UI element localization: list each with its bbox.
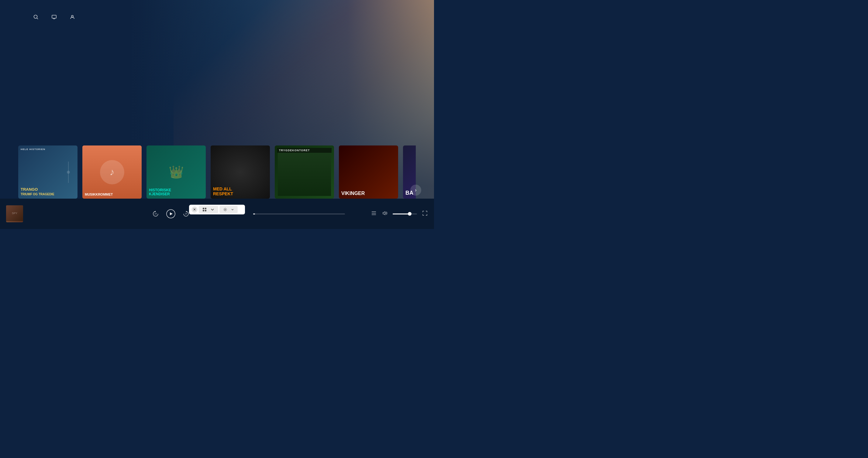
svg-rect-15 xyxy=(203,208,204,209)
nav-signin[interactable] xyxy=(69,14,78,20)
thumbnail-image: SPY xyxy=(6,205,23,222)
svg-text:15: 15 xyxy=(154,212,157,215)
volume-fill xyxy=(393,214,410,215)
svg-point-0 xyxy=(34,15,37,19)
volume-slider[interactable] xyxy=(393,214,417,215)
user-icon xyxy=(69,14,75,20)
svg-point-19 xyxy=(225,209,226,210)
svg-rect-18 xyxy=(205,210,206,211)
carousel-item-historiske[interactable]: 👑 HISTORISKEKJENDISER xyxy=(147,145,206,199)
carousel-items: HELE HISTORIEN TRANGOTRIUMF OG TRAGEDIE … xyxy=(18,145,416,199)
player-progress-area xyxy=(240,214,365,215)
svg-text:15: 15 xyxy=(185,212,187,215)
carousel-item-med-all[interactable]: MED ALLRESPEKT xyxy=(211,145,270,199)
options-button[interactable] xyxy=(219,206,238,213)
card-label-trygde: TRYGDEKONTORET xyxy=(277,148,332,153)
header xyxy=(0,9,434,25)
progress-track[interactable] xyxy=(253,214,345,215)
player-thumbnail: SPY xyxy=(6,205,23,222)
carousel-item-trango[interactable]: HELE HISTORIEN TRANGOTRIUMF OG TRAGEDIE xyxy=(18,145,78,199)
main-nav xyxy=(33,14,78,20)
volume-button[interactable] xyxy=(382,210,388,218)
rewind-button[interactable]: 15 xyxy=(151,209,160,218)
carousel-next-button[interactable]: › xyxy=(410,185,421,196)
svg-rect-2 xyxy=(52,15,56,18)
carousel-section: HELE HISTORIEN TRANGOTRIUMF OG TRAGEDIE … xyxy=(0,145,434,199)
fullscreen-button[interactable] xyxy=(422,210,428,218)
player-info xyxy=(29,214,96,215)
player-right-controls xyxy=(371,210,428,218)
carousel-item-musikkrommet[interactable]: ♪ MUSIKKROMMET xyxy=(82,145,142,199)
nav-direct[interactable] xyxy=(51,14,60,20)
card-title-trango: TRANGOTRIUMF OG TRAGEDIE xyxy=(21,187,75,196)
svg-line-1 xyxy=(37,18,38,20)
svg-rect-16 xyxy=(205,208,206,209)
chevron-right-icon: › xyxy=(415,187,416,193)
card-title-vikinger: VIKINGER xyxy=(341,191,396,196)
preset-bar: ✕ xyxy=(189,205,245,215)
svg-point-4 xyxy=(71,15,73,17)
progress-fill xyxy=(253,214,255,215)
nav-explore[interactable] xyxy=(33,14,41,20)
volume-knob xyxy=(408,212,411,216)
preset-close-button[interactable]: ✕ xyxy=(191,206,197,212)
svg-rect-17 xyxy=(203,210,204,211)
play-pause-button[interactable] xyxy=(166,209,176,219)
card-title-historiske: HISTORISKEKJENDISER xyxy=(149,188,203,196)
carousel-item-vikinger[interactable]: VIKINGER xyxy=(339,145,398,199)
carousel-item-trygde[interactable]: TRYGDEKONTORET xyxy=(275,145,334,199)
card-title-musikkrommet: MUSIKKROMMET xyxy=(85,193,139,196)
svg-point-6 xyxy=(67,171,70,174)
close-icon: ✕ xyxy=(193,207,196,212)
queue-button[interactable] xyxy=(371,210,377,218)
top-bar xyxy=(0,0,434,5)
card-title-med-all: MED ALLRESPEKT xyxy=(213,187,268,196)
search-icon xyxy=(33,14,39,20)
tv-icon xyxy=(51,14,57,20)
preset-button[interactable] xyxy=(199,206,218,213)
